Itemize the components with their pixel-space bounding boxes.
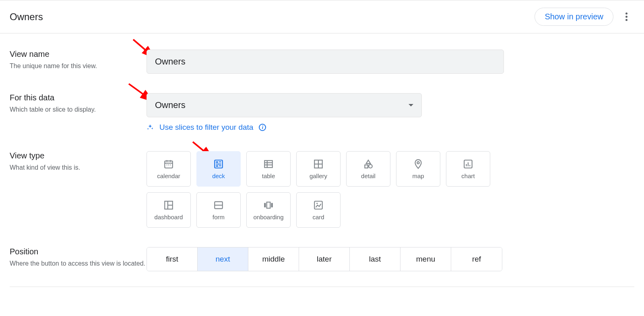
more-options-icon[interactable] bbox=[618, 9, 634, 25]
chevron-down-icon bbox=[409, 104, 413, 106]
position-option-next[interactable]: next bbox=[198, 247, 248, 271]
view-type-help: What kind of view this is. bbox=[10, 163, 147, 173]
view-type-option-calendar[interactable]: calendar bbox=[147, 151, 191, 187]
gallery-icon bbox=[313, 159, 324, 169]
svg-rect-14 bbox=[216, 165, 218, 166]
page-header: Owners Show in preview bbox=[0, 0, 644, 33]
slices-link-text: Use slices to filter your data bbox=[159, 123, 253, 132]
view-type-option-form[interactable]: form bbox=[196, 192, 241, 228]
view-type-option-label: detail bbox=[361, 173, 376, 179]
view-type-option-label: map bbox=[412, 173, 424, 179]
position-option-later[interactable]: later bbox=[299, 247, 350, 271]
svg-rect-16 bbox=[264, 160, 272, 167]
svg-point-40 bbox=[316, 203, 318, 204]
view-name-row: View name The unique name for this view. bbox=[10, 50, 634, 74]
view-type-option-gallery[interactable]: gallery bbox=[296, 151, 341, 187]
view-name-help: The unique name for this view. bbox=[10, 61, 147, 71]
svg-rect-36 bbox=[264, 203, 266, 207]
view-type-option-detail[interactable]: detail bbox=[346, 151, 390, 187]
position-label: Position bbox=[10, 247, 147, 256]
view-type-grid: calendardecktablegallerydetailmapchartda… bbox=[147, 151, 509, 228]
svg-rect-38 bbox=[271, 203, 273, 207]
calendar-icon bbox=[163, 159, 174, 169]
svg-rect-3 bbox=[165, 161, 173, 168]
for-data-select[interactable]: Owners bbox=[147, 93, 422, 117]
for-data-label: For this data bbox=[10, 93, 147, 102]
section-divider bbox=[10, 287, 634, 287]
svg-point-8 bbox=[168, 164, 169, 165]
view-type-option-label: dashboard bbox=[155, 214, 183, 220]
for-data-select-value: Owners bbox=[155, 100, 186, 110]
svg-rect-24 bbox=[365, 165, 368, 168]
view-type-option-map[interactable]: map bbox=[396, 151, 440, 187]
chart-icon bbox=[463, 159, 473, 169]
map-icon bbox=[413, 159, 423, 169]
position-help: Where the button to access this view is … bbox=[10, 259, 147, 268]
view-type-option-onboarding[interactable]: onboarding bbox=[246, 192, 291, 228]
position-segmented-control: firstnextmiddlelaterlastmenuref bbox=[147, 247, 502, 271]
view-type-option-label: form bbox=[213, 214, 225, 220]
svg-rect-11 bbox=[216, 161, 218, 162]
sparkle-icon bbox=[147, 124, 154, 131]
card-icon bbox=[313, 200, 324, 210]
svg-rect-39 bbox=[314, 201, 322, 209]
show-in-preview-button[interactable]: Show in preview bbox=[535, 8, 613, 26]
view-type-option-label: calendar bbox=[157, 173, 180, 179]
for-data-row: For this data Which table or slice to di… bbox=[10, 93, 634, 132]
position-option-ref[interactable]: ref bbox=[451, 247, 502, 271]
header-actions: Show in preview bbox=[535, 8, 634, 26]
view-type-option-label: deck bbox=[212, 173, 225, 179]
view-type-option-chart[interactable]: chart bbox=[446, 151, 490, 187]
view-type-option-dashboard[interactable]: dashboard bbox=[147, 192, 191, 228]
svg-point-9 bbox=[170, 164, 171, 165]
svg-point-25 bbox=[369, 164, 372, 168]
deck-icon bbox=[213, 159, 224, 169]
view-type-label: View type bbox=[10, 151, 147, 160]
position-option-menu[interactable]: menu bbox=[400, 247, 451, 271]
svg-point-7 bbox=[167, 164, 167, 165]
view-type-option-label: gallery bbox=[310, 173, 327, 179]
view-type-option-deck[interactable]: deck bbox=[196, 151, 241, 187]
svg-marker-23 bbox=[366, 160, 371, 164]
page-title: Owners bbox=[10, 11, 43, 23]
view-type-option-card[interactable]: card bbox=[296, 192, 341, 228]
svg-rect-37 bbox=[267, 202, 270, 208]
detail-icon bbox=[363, 159, 374, 169]
form-icon bbox=[213, 200, 224, 210]
view-type-option-label: card bbox=[312, 214, 324, 220]
info-icon[interactable]: i bbox=[259, 124, 266, 131]
view-type-option-label: table bbox=[262, 173, 275, 179]
position-option-middle[interactable]: middle bbox=[248, 247, 299, 271]
view-type-option-label: onboarding bbox=[253, 214, 283, 220]
table-icon bbox=[263, 159, 274, 169]
view-type-option-label: chart bbox=[461, 173, 475, 179]
content-area: View name The unique name for this view.… bbox=[0, 33, 644, 271]
position-row: Position Where the button to access this… bbox=[10, 247, 634, 271]
view-name-input[interactable] bbox=[147, 50, 504, 74]
view-name-label: View name bbox=[10, 50, 147, 59]
view-type-option-table[interactable]: table bbox=[246, 151, 291, 187]
view-type-row: View type What kind of view this is. cal… bbox=[10, 151, 634, 228]
onboarding-icon bbox=[263, 200, 274, 210]
position-option-first[interactable]: first bbox=[147, 247, 198, 271]
svg-point-26 bbox=[417, 162, 419, 164]
for-data-help: Which table or slice to display. bbox=[10, 105, 147, 114]
dashboard-icon bbox=[163, 200, 174, 210]
position-option-last[interactable]: last bbox=[350, 247, 400, 271]
use-slices-link[interactable]: Use slices to filter your data i bbox=[147, 123, 634, 132]
